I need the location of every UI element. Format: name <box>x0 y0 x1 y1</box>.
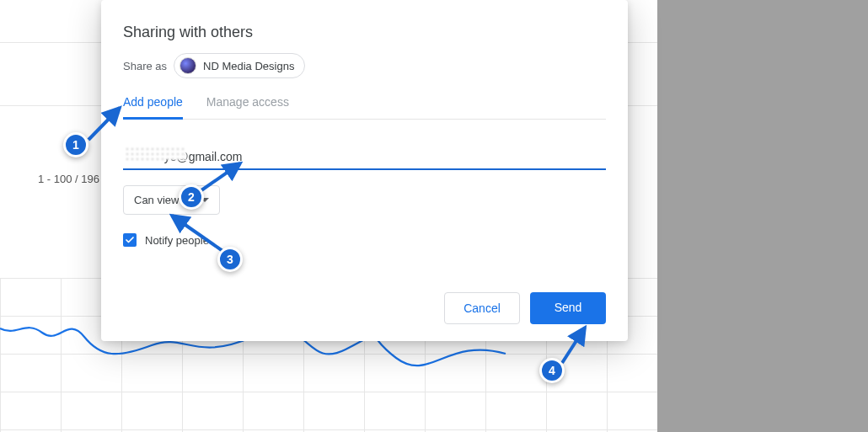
annotation-marker-2: 2 <box>179 184 204 210</box>
annotation-arrow-1 <box>86 103 128 148</box>
annotation-arrow-4 <box>560 324 593 370</box>
share-dialog: Sharing with others Share as ND Media De… <box>101 0 628 341</box>
annotation-marker-3: 3 <box>217 247 243 272</box>
tabs: Add people Manage access <box>123 95 606 120</box>
annotation-arrow-2 <box>201 160 248 197</box>
pager-text: 1 - 100 / 196 <box>38 173 99 185</box>
redaction-mask <box>125 147 186 160</box>
identity-name: ND Media Designs <box>203 60 294 72</box>
svg-line-3 <box>562 328 585 363</box>
tab-add-people[interactable]: Add people <box>123 95 183 120</box>
cancel-button[interactable]: Cancel <box>444 292 520 324</box>
send-button[interactable]: Send <box>530 292 606 324</box>
email-input[interactable] <box>123 145 606 170</box>
avatar-icon <box>179 57 196 74</box>
share-as-row: Share as ND Media Designs <box>123 53 606 78</box>
dialog-title: Sharing with others <box>123 24 606 41</box>
svg-line-2 <box>172 216 228 254</box>
email-field-wrapper <box>123 145 606 170</box>
annotation-marker-4: 4 <box>539 358 565 383</box>
checkbox-checked-icon <box>123 233 137 247</box>
svg-line-0 <box>88 108 120 140</box>
svg-line-1 <box>201 163 240 190</box>
annotation-marker-1: 1 <box>63 132 88 157</box>
share-as-label: Share as <box>123 60 167 72</box>
identity-chip[interactable]: ND Media Designs <box>174 53 305 78</box>
dialog-actions: Cancel Send <box>444 292 606 324</box>
permission-select-label: Can view <box>134 194 179 206</box>
tab-manage-access[interactable]: Manage access <box>206 95 289 120</box>
